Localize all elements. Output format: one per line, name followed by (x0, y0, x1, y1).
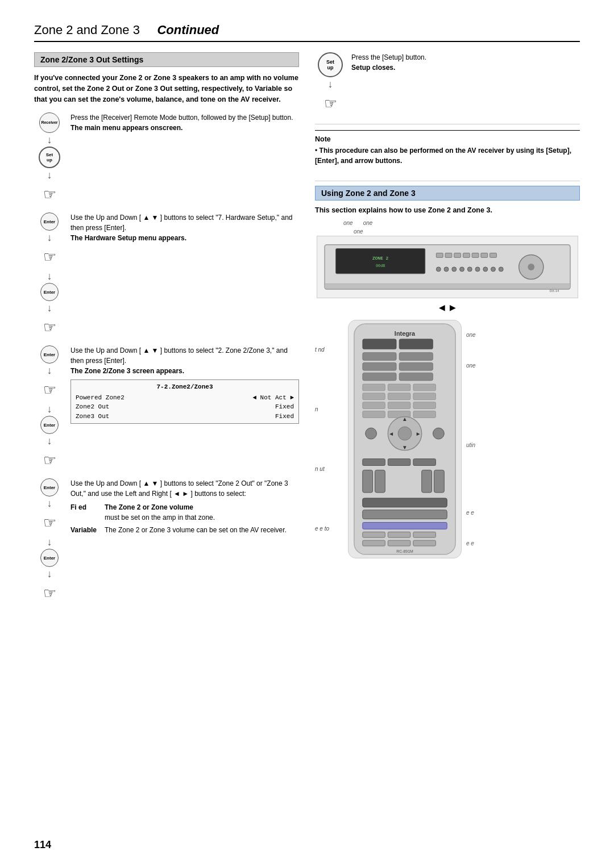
svg-rect-17 (467, 267, 472, 272)
svg-text:►: ► (416, 431, 421, 437)
setup-close-text-content: Press the [Setup] button. (351, 53, 426, 61)
remote-right-label-1: one (466, 332, 495, 338)
step3-arrow-down3: ↓ (47, 436, 52, 446)
svg-rect-45 (413, 411, 436, 418)
av-label-3: one (315, 228, 580, 235)
left-column: Zone 2/Zone 3 Out Settings If you've con… (34, 52, 299, 611)
intro-text: If you've connected your Zone 2 or Zone … (34, 73, 299, 105)
step-3-bold: The Zone 2/Zone 3 screen appears. (70, 367, 184, 375)
svg-point-53 (433, 428, 445, 439)
step-1-icons: Receiver ↓ Setup ↓ ☞ (34, 112, 65, 207)
step4-arrow-down: ↓ (47, 498, 52, 508)
svg-rect-39 (413, 393, 436, 400)
svg-text:◄: ◄ (388, 431, 394, 437)
screen-row2-value: Fixed (275, 402, 294, 412)
svg-text:00dB: 00dB (376, 264, 385, 268)
enter-button-icon-3b: Enter (40, 416, 59, 434)
zone2-zone3-screen: 7-2.Zone2/Zone3 Powered Zone2 ◄ Not Act … (70, 379, 299, 424)
variable-description: The Zone 2 or Zone 3 volume can be set o… (105, 525, 287, 535)
svg-rect-31 (399, 362, 433, 370)
setup-closes-row: Setup ↓ ☞ Press the [Setup] button. Setu… (315, 52, 580, 116)
step4-arrow-down2: ↓ (47, 537, 52, 547)
svg-rect-27 (399, 339, 433, 349)
svg-rect-57 (363, 470, 373, 493)
svg-rect-62 (363, 510, 447, 519)
svg-rect-64 (363, 532, 385, 537)
svg-rect-22 (325, 283, 570, 288)
step-2-text: Use the Up and Down [ ▲ ▼ ] buttons to s… (70, 212, 299, 243)
step-4-row: Enter ↓ ☞ ↓ Enter ↓ ☞ Use the Up and Dow… (34, 478, 299, 606)
svg-rect-13 (436, 267, 441, 272)
svg-rect-32 (363, 373, 396, 381)
lr-arrows: ◀ ▶ (315, 303, 580, 312)
header-subtitle-text: Continued (157, 23, 219, 37)
screen-row1-label: Powered Zone2 (76, 393, 125, 403)
av-receiver-svg: ZONE 2 00dB (317, 236, 578, 298)
svg-point-47 (398, 427, 412, 440)
svg-rect-68 (388, 540, 410, 546)
hand-icon-3b: ☞ (37, 448, 62, 473)
svg-rect-9 (463, 253, 470, 257)
svg-rect-34 (363, 384, 385, 391)
screen-row1-value: ◄ Not Act ► (252, 393, 294, 403)
svg-rect-18 (475, 267, 480, 272)
svg-rect-65 (388, 532, 410, 537)
av-receiver-area: one one one ZONE 2 00dB (315, 220, 580, 312)
svg-rect-8 (454, 253, 461, 257)
setup-button-icon: Setup (39, 147, 60, 168)
remote-right-labels: one one utin e e e e (466, 320, 495, 558)
remote-right-label-ee2: e e (466, 540, 495, 546)
step4-arrow-down3: ↓ (47, 569, 52, 579)
svg-rect-35 (388, 384, 410, 391)
svg-rect-11 (481, 253, 488, 257)
note-content: • This procedure can also be performed o… (315, 145, 580, 166)
svg-rect-67 (363, 540, 385, 546)
svg-rect-66 (413, 532, 436, 537)
svg-text:▲: ▲ (402, 416, 408, 422)
intro-text-content: If you've connected your Zone 2 or Zone … (34, 74, 298, 103)
hand-icon-2b: ☞ (37, 315, 62, 340)
note-title: Note (315, 135, 580, 143)
step-2-bold: The Hardware Setup menu appears. (70, 234, 186, 242)
zone-settings-section-header: Zone 2/Zone 3 Out Settings (34, 52, 299, 67)
svg-rect-54 (363, 459, 385, 466)
svg-text:Integra: Integra (395, 330, 416, 337)
remote-label-3: n ut (315, 466, 343, 472)
setup-closes-text: Press the [Setup] button. Setup closes. (351, 52, 580, 73)
svg-rect-58 (375, 470, 385, 493)
av-label-2: one (363, 220, 373, 226)
enter-button-icon-3a: Enter (40, 345, 59, 364)
screen-row3-label: Zone3 Out (76, 412, 109, 422)
step2-arrow-down2: ↓ (47, 271, 52, 281)
remote-left-labels: t nd n n ut e e to (315, 320, 343, 558)
hand-icon-setup-close: ☞ (318, 91, 343, 116)
step3-arrow-down: ↓ (47, 365, 52, 375)
svg-rect-21 (499, 267, 503, 272)
step1-arrow-down2: ↓ (47, 170, 52, 180)
step-1-text: Press the [Receiver] Remote Mode button,… (70, 112, 299, 133)
step-3-text: Use the Up and Down [ ▲ ▼ ] buttons to s… (70, 345, 299, 427)
step-2-icons: Enter ↓ ☞ ↓ Enter ↓ ☞ (34, 212, 65, 340)
step3-arrow-down2: ↓ (47, 404, 52, 414)
note-box: Note • This procedure can also be perfor… (315, 130, 580, 166)
screen-row-1: Powered Zone2 ◄ Not Act ► (76, 393, 294, 403)
svg-rect-40 (363, 402, 385, 409)
zone-settings-title: Zone 2/Zone 3 Out Settings (40, 55, 143, 64)
svg-rect-29 (399, 353, 433, 361)
av-labels-top: one one (315, 220, 580, 226)
remote-right-label-ee1: e e (466, 510, 495, 516)
step-3-row: Enter ↓ ☞ ↓ Enter ↓ ☞ Use the Up and Dow… (34, 345, 299, 473)
var-fixed-options: Fi ed The Zone 2 or Zone volumemust be s… (70, 502, 299, 535)
hand-icon-4b: ☞ (37, 581, 62, 606)
fixed-description: The Zone 2 or Zone volumemust be set on … (105, 502, 215, 523)
two-column-layout: Zone 2/Zone 3 Out Settings If you've con… (34, 52, 580, 611)
divider-2 (315, 181, 580, 181)
divider-1 (315, 124, 580, 124)
svg-rect-61 (363, 498, 447, 507)
svg-point-52 (366, 428, 377, 439)
svg-text:DX-14: DX-14 (550, 289, 559, 293)
step-3-icons: Enter ↓ ☞ ↓ Enter ↓ ☞ (34, 345, 65, 473)
variable-label: Variable (70, 525, 101, 535)
enter-button-icon-2b: Enter (40, 283, 59, 301)
screen-row-3: Zone3 Out Fixed (76, 412, 294, 422)
